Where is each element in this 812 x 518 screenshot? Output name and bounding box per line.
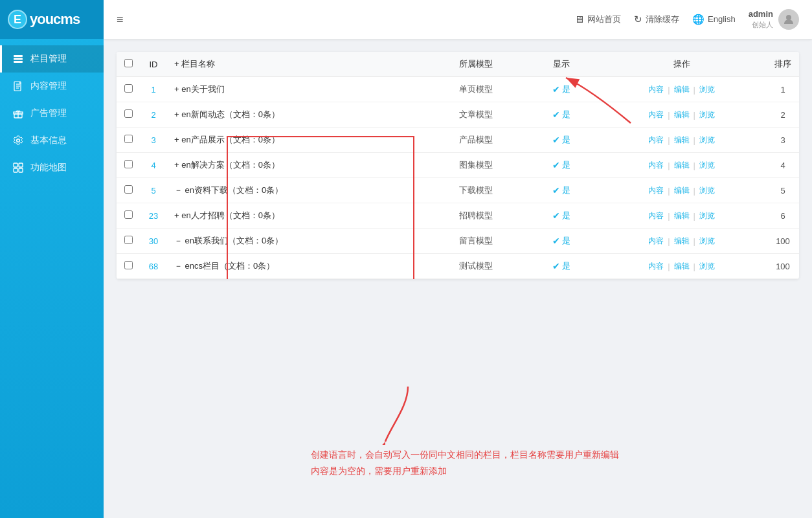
row-id: 2 [141, 102, 166, 128]
svg-rect-11 [19, 163, 23, 167]
sidebar-item-basic[interactable]: 基本信息 [0, 127, 104, 154]
action-link-编辑[interactable]: 编辑 [674, 236, 690, 247]
row-show: ✔ 是 [526, 178, 596, 203]
action-separator: | [694, 85, 695, 95]
action-link-浏览[interactable]: 浏览 [699, 84, 715, 95]
action-link-内容[interactable]: 内容 [648, 84, 664, 95]
row-name: + en关于我们 [166, 77, 425, 102]
grid-icon [12, 162, 24, 174]
action-link-浏览[interactable]: 浏览 [699, 135, 715, 146]
action-link-浏览[interactable]: 浏览 [699, 236, 715, 247]
header-right: 🖥 网站首页 ↻ 清除缓存 🌐 English admin 创始人 [574, 8, 799, 30]
sidebar-item-content[interactable]: 内容管理 [0, 73, 104, 100]
action-separator: | [668, 135, 670, 145]
file-icon [12, 80, 24, 92]
sidebar-item-ad-label: 广告管理 [30, 107, 67, 119]
action-link-内容[interactable]: 内容 [648, 109, 664, 120]
row-actions: 内容|编辑|浏览 [596, 229, 767, 254]
arrow-bottom-icon [382, 387, 434, 447]
col-model: 所属模型 [425, 52, 527, 77]
row-checkbox[interactable] [124, 185, 133, 194]
action-link-编辑[interactable]: 编辑 [674, 160, 690, 171]
sidebar-item-catalog[interactable]: 栏目管理 [0, 45, 104, 73]
row-checkbox-cell [117, 229, 141, 254]
action-link-内容[interactable]: 内容 [648, 236, 664, 247]
row-checkbox[interactable] [124, 84, 133, 93]
action-link-编辑[interactable]: 编辑 [674, 109, 690, 120]
row-sort: 3 [767, 128, 799, 153]
col-action: 操作 [596, 52, 767, 77]
avatar[interactable] [778, 9, 799, 30]
row-model: 招聘模型 [425, 203, 527, 229]
main-wrapper: ≡ 🖥 网站首页 ↻ 清除缓存 🌐 English admin 创始人 [104, 0, 812, 518]
row-checkbox[interactable] [124, 236, 133, 244]
admin-info: admin 创始人 [749, 8, 773, 30]
action-separator: | [694, 135, 695, 145]
row-checkbox-cell [117, 153, 141, 178]
action-link-编辑[interactable]: 编辑 [674, 84, 690, 95]
row-checkbox[interactable] [124, 135, 133, 143]
row-id: 4 [141, 153, 166, 178]
content-area: 此标识为英文版后台编辑 [104, 39, 812, 518]
action-link-内容[interactable]: 内容 [648, 160, 664, 171]
row-name: + en人才招聘（文档：0条） [166, 203, 425, 229]
row-sort: 100 [767, 229, 799, 254]
action-link-浏览[interactable]: 浏览 [699, 160, 715, 171]
row-model: 留言模型 [425, 229, 527, 254]
row-name: + en解决方案（文档：0条） [166, 153, 425, 178]
row-actions: 内容|编辑|浏览 [596, 203, 767, 229]
row-checkbox[interactable] [124, 109, 133, 118]
svg-rect-10 [14, 163, 17, 167]
row-checkbox-cell [117, 203, 141, 229]
action-separator: | [694, 110, 695, 120]
col-id: ID [141, 52, 166, 77]
action-link-编辑[interactable]: 编辑 [674, 135, 690, 146]
action-separator: | [694, 161, 695, 170]
row-id: 5 [141, 178, 166, 203]
table-row: 30－ en联系我们（文档：0条）留言模型✔ 是内容|编辑|浏览100 [117, 229, 799, 254]
globe-icon: 🌐 [692, 14, 705, 25]
action-link-编辑[interactable]: 编辑 [674, 210, 690, 221]
action-link-内容[interactable]: 内容 [648, 185, 664, 196]
action-separator: | [694, 262, 695, 271]
row-checkbox[interactable] [124, 160, 133, 168]
action-separator: | [694, 236, 695, 246]
select-all-checkbox[interactable] [124, 59, 133, 67]
action-link-编辑[interactable]: 编辑 [674, 185, 690, 196]
site-home-link[interactable]: 🖥 网站首页 [574, 14, 621, 25]
row-name: － encs栏目（文档：0条） [166, 254, 425, 279]
action-link-浏览[interactable]: 浏览 [699, 185, 715, 196]
action-link-浏览[interactable]: 浏览 [699, 210, 715, 221]
layers-icon [12, 53, 24, 65]
language-button[interactable]: 🌐 English [692, 14, 736, 25]
monitor-icon: 🖥 [574, 14, 584, 25]
row-checkbox[interactable] [124, 261, 133, 269]
row-show: ✔ 是 [526, 102, 596, 128]
admin-role: 创始人 [749, 20, 773, 30]
sidebar-item-sitemap[interactable]: 功能地图 [0, 154, 104, 181]
hamburger-icon[interactable]: ≡ [117, 13, 124, 27]
action-link-浏览[interactable]: 浏览 [699, 261, 715, 272]
action-link-内容[interactable]: 内容 [648, 210, 664, 221]
gear-icon [12, 135, 24, 146]
row-show: ✔ 是 [526, 254, 596, 279]
svg-rect-2 [14, 61, 23, 63]
row-model: 下载模型 [425, 178, 527, 203]
action-link-内容[interactable]: 内容 [648, 261, 664, 272]
svg-point-14 [786, 15, 791, 20]
row-id: 68 [141, 254, 166, 279]
action-link-编辑[interactable]: 编辑 [674, 261, 690, 272]
row-checkbox-cell [117, 178, 141, 203]
gift-icon [12, 107, 24, 119]
row-model: 图集模型 [425, 153, 527, 178]
col-sort: 排序 [767, 52, 799, 77]
row-checkbox[interactable] [124, 210, 133, 219]
action-link-浏览[interactable]: 浏览 [699, 109, 715, 120]
action-link-内容[interactable]: 内容 [648, 135, 664, 146]
action-separator: | [668, 110, 670, 120]
clear-cache-link[interactable]: ↻ 清除缓存 [634, 14, 679, 25]
sidebar-item-ad[interactable]: 广告管理 [0, 100, 104, 127]
table-row: 23+ en人才招聘（文档：0条）招聘模型✔ 是内容|编辑|浏览6 [117, 203, 799, 229]
col-show: 显示 [526, 52, 596, 77]
row-sort: 4 [767, 153, 799, 178]
